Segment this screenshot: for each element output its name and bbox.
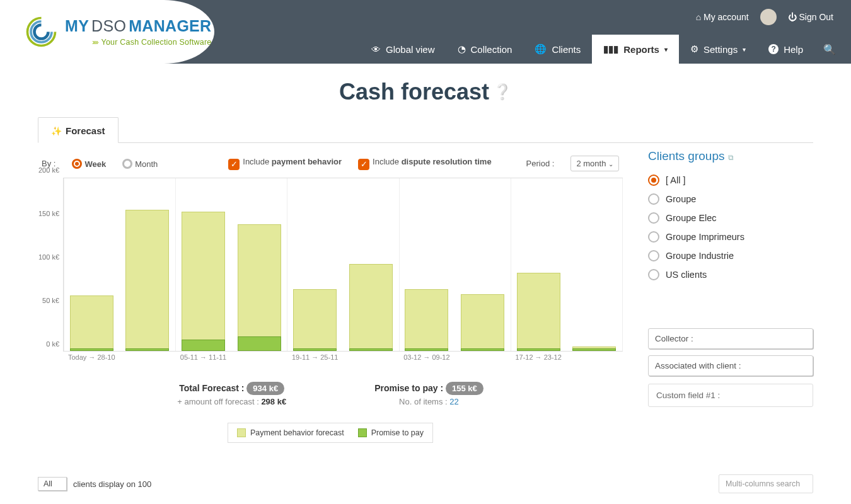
- promise-to-pay-label: Promise to pay :: [374, 383, 443, 393]
- check-icon: ✓: [228, 159, 240, 170]
- logo-swirl-icon: [24, 14, 59, 49]
- clients-group-item[interactable]: Groupe: [648, 190, 813, 209]
- checkbox-payment-behavior[interactable]: ✓Include payment behavior: [228, 157, 342, 170]
- clients-group-label: [ All ]: [666, 175, 685, 185]
- promise-to-pay-value: 155 k€: [446, 382, 483, 395]
- gear-icon: ⚙: [690, 43, 698, 55]
- caret-down-icon: ▾: [664, 46, 668, 53]
- cash-forecast-chart: 0 k€50 k€100 k€150 k€200 k€ Today → 28-1…: [63, 178, 623, 360]
- total-forecast-label: Total Forecast :: [179, 383, 244, 393]
- amount-off-value: 298 k€: [261, 397, 286, 406]
- clients-group-item[interactable]: [ All ]: [648, 171, 813, 190]
- collector-select[interactable]: Collector :: [648, 328, 813, 349]
- amount-off-label: + amount off forecast :: [177, 397, 258, 406]
- logo-text: MYDSOMANAGER: [65, 17, 211, 35]
- clients-display-label: clients display on 100: [73, 479, 151, 489]
- logo-subtitle: ››››Your Cash Collection Software: [65, 38, 211, 47]
- clients-group-item[interactable]: Groupe Elec: [648, 209, 813, 227]
- clients-group-item[interactable]: US clients: [648, 265, 813, 284]
- check-icon: ✓: [358, 159, 369, 170]
- clients-group-label: Groupe: [666, 194, 696, 204]
- period-label: Period :: [526, 159, 555, 168]
- home-icon: ⌂: [696, 12, 701, 22]
- x-tick: 19-11 → 25-11: [292, 353, 338, 361]
- y-tick: 50 k€: [42, 297, 59, 304]
- clients-group-label: Groupe Industrie: [666, 251, 734, 261]
- sign-out-link[interactable]: ⏻ Sign Out: [788, 12, 833, 22]
- clients-group-item[interactable]: Groupe Industrie: [648, 246, 813, 265]
- checkbox-dispute-resolution[interactable]: ✓Include dispute resolution time: [358, 157, 492, 170]
- clients-group-label: US clients: [666, 270, 707, 280]
- power-icon: ⏻: [788, 12, 797, 22]
- x-tick: 17-12 → 23-12: [515, 353, 561, 361]
- period-select[interactable]: 2 month ⌄: [570, 156, 619, 171]
- external-link-icon[interactable]: ⧉: [728, 153, 734, 162]
- clients-group-label: Groupe Elec: [666, 213, 717, 223]
- nav-reports[interactable]: ▮▮▮Reports▾: [592, 35, 679, 64]
- page-title: Cash forecast❔: [38, 79, 813, 105]
- nav-settings[interactable]: ⚙Settings▾: [679, 35, 757, 64]
- y-tick: 200 k€: [38, 166, 59, 174]
- clients-count-select[interactable]: All: [38, 477, 67, 491]
- clients-group-item[interactable]: Groupe Imprimeurs: [648, 227, 813, 246]
- x-tick: 05-11 → 11-11: [180, 353, 226, 361]
- wand-icon: ✨: [51, 126, 62, 136]
- nav-clients[interactable]: 🌐Clients: [523, 35, 592, 64]
- items-label: No. of items :: [399, 397, 448, 406]
- globe-icon: 🌐: [535, 43, 547, 55]
- caret-down-icon: ▾: [743, 46, 746, 53]
- total-forecast-value: 934 k€: [246, 382, 284, 395]
- tabbar: ✨Forecast: [38, 117, 813, 143]
- legend-item-forecast[interactable]: Payment behavior forecast: [237, 428, 344, 437]
- table-controls-row: All clients display on 100 Multi-columns…: [38, 474, 813, 493]
- radio-month[interactable]: Month: [122, 159, 158, 169]
- associated-client-select[interactable]: Associated with client :: [648, 355, 813, 376]
- main-nav: 👁Global view ◔Collection 🌐Clients ▮▮▮Rep…: [360, 35, 845, 64]
- nav-collection[interactable]: ◔Collection: [446, 35, 524, 64]
- nav-global-view[interactable]: 👁Global view: [360, 35, 446, 64]
- y-tick: 100 k€: [38, 253, 59, 261]
- clients-groups-title: Clients groups⧉: [648, 149, 813, 163]
- question-icon: ?: [768, 44, 779, 54]
- radio-icon: [648, 250, 659, 261]
- multi-column-search[interactable]: Multi-columns search: [719, 474, 813, 493]
- tab-forecast[interactable]: ✨Forecast: [38, 117, 119, 143]
- radio-icon: [648, 212, 659, 224]
- clients-groups-list: [ All ]GroupeGroupe ElecGroupe Imprimeur…: [648, 171, 813, 284]
- y-tick: 0 k€: [46, 340, 59, 348]
- search-icon: 🔍: [823, 43, 836, 55]
- logo[interactable]: MYDSOMANAGER ››››Your Cash Collection So…: [0, 0, 214, 64]
- chevron-down-icon: ⌄: [608, 161, 613, 168]
- chart-controls: By : Week Month ✓Include payment behavio…: [38, 146, 623, 175]
- radio-icon: [648, 231, 659, 243]
- eye-icon: 👁: [371, 44, 381, 55]
- radio-week[interactable]: Week: [72, 159, 106, 169]
- help-icon[interactable]: ❔: [493, 83, 512, 100]
- my-account-link[interactable]: ⌂ My account: [696, 12, 749, 22]
- clients-group-label: Groupe Imprimeurs: [666, 232, 744, 242]
- x-tick: Today → 28-10: [68, 353, 115, 361]
- nav-help[interactable]: ?Help: [757, 35, 814, 64]
- radio-icon: [648, 175, 659, 186]
- nav-search[interactable]: 🔍: [814, 35, 845, 64]
- clock-icon: ◔: [458, 43, 466, 55]
- y-tick: 150 k€: [38, 210, 59, 217]
- legend-item-promise[interactable]: Promise to pay: [358, 428, 424, 437]
- chart-legend: Payment behavior forecast Promise to pay: [228, 423, 433, 443]
- radio-icon: [648, 269, 659, 280]
- radio-icon: [648, 193, 659, 205]
- x-tick: 03-12 → 09-12: [403, 353, 449, 361]
- custom-field-1[interactable]: Custom field #1 :: [648, 384, 813, 407]
- topbar: MYDSOMANAGER ››››Your Cash Collection So…: [0, 0, 851, 64]
- avatar[interactable]: [760, 9, 777, 25]
- bars-icon: ▮▮▮: [603, 43, 618, 55]
- summary-row: Total Forecast : 934 k€ + amount off for…: [38, 383, 623, 406]
- items-value-link[interactable]: 22: [449, 397, 458, 406]
